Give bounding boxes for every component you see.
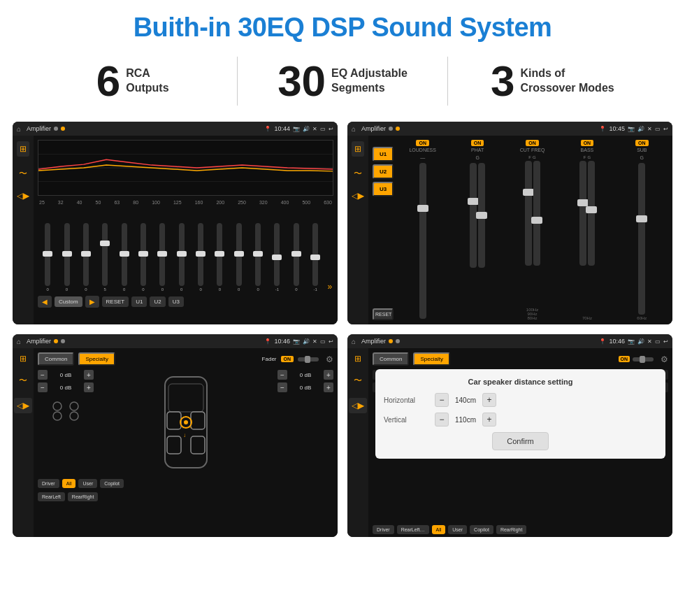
dl-wave-icon[interactable]: 〜 <box>354 375 362 387</box>
dist-bottom-buttons: Driver RearLeft… All User Copilot RearRi… <box>373 525 668 534</box>
vertical-minus[interactable]: − <box>435 413 449 427</box>
close-icon[interactable]: ✕ <box>312 126 317 132</box>
u2-btn[interactable]: U2 <box>150 296 165 307</box>
dl-speaker-icon[interactable]: ◁▶ <box>349 398 367 413</box>
rearright-btn-4[interactable]: RearRight <box>496 525 527 534</box>
bass-label: BASS <box>581 148 594 152</box>
close-icon-4[interactable]: ✕ <box>647 338 652 345</box>
distance-dialog: Car speaker distance setting Horizontal … <box>375 369 665 459</box>
status-bar-4: ⌂ Amplifier 📍 10:46 📷 🔊 ✕ ▭ ↩ <box>347 334 672 348</box>
back-icon[interactable]: ↩ <box>329 126 333 132</box>
app-name-2: Amplifier <box>361 125 386 132</box>
reset-btn-1[interactable]: RESET <box>102 296 129 307</box>
tab-specialty[interactable]: Specialty <box>78 352 115 366</box>
close-icon-3[interactable]: ✕ <box>312 338 317 345</box>
fader-slider-4[interactable] <box>633 357 654 361</box>
slider-15: -1 <box>307 223 324 292</box>
preset-custom[interactable]: Custom <box>55 296 82 307</box>
all-btn-4[interactable]: All <box>432 525 446 534</box>
db-minus-4[interactable]: − <box>277 382 287 392</box>
more-icon[interactable]: » <box>326 282 332 292</box>
left-icons-1: ⊞ 〜 ◁▶ <box>13 136 34 324</box>
window-icon-2[interactable]: ▭ <box>655 126 661 132</box>
settings-icon[interactable]: ⚙ <box>326 354 333 364</box>
window-icon[interactable]: ▭ <box>320 126 326 132</box>
horizontal-minus[interactable]: − <box>435 393 449 407</box>
preset-u1[interactable]: U1 <box>373 147 394 162</box>
u3-btn[interactable]: U3 <box>168 296 184 307</box>
fd-speaker-icon[interactable]: ◁▶ <box>14 398 32 413</box>
copilot-btn-4[interactable]: Copilot <box>470 525 493 534</box>
wave-icon[interactable]: 〜 <box>19 168 27 180</box>
fader-toggle[interactable]: ON <box>281 356 294 362</box>
phat-toggle[interactable]: ON <box>471 140 484 146</box>
eq-icon[interactable]: ⊞ <box>17 141 29 157</box>
fd-db-left: − 0 dB + − 0 dB + <box>38 370 94 475</box>
loudness-toggle[interactable]: ON <box>416 140 429 146</box>
db-plus-1[interactable]: + <box>84 370 94 380</box>
back-icon-3[interactable]: ↩ <box>329 338 333 345</box>
settings-icon-4[interactable]: ⚙ <box>661 354 668 364</box>
slider-10: 0 <box>211 223 228 292</box>
home-icon-4[interactable]: ⌂ <box>352 338 356 345</box>
prev-btn[interactable]: ◀ <box>38 296 52 308</box>
db-minus-1[interactable]: − <box>38 370 48 380</box>
rearright-btn[interactable]: RearRight <box>68 492 99 501</box>
user-btn-4[interactable]: User <box>448 525 467 534</box>
home-icon-2[interactable]: ⌂ <box>352 125 356 133</box>
horizontal-plus[interactable]: + <box>482 393 496 407</box>
slider-13: -1 <box>268 223 285 292</box>
window-icon-4[interactable]: ▭ <box>655 338 661 345</box>
back-icon-2[interactable]: ↩ <box>663 126 668 132</box>
cr-eq-icon[interactable]: ⊞ <box>352 141 364 157</box>
close-icon-2[interactable]: ✕ <box>647 126 652 132</box>
fader-slider[interactable] <box>298 357 319 361</box>
horizontal-value: 140cm <box>452 396 480 404</box>
preset-u3[interactable]: U3 <box>373 182 394 196</box>
window-icon-3[interactable]: ▭ <box>320 338 326 345</box>
sub-toggle[interactable]: ON <box>635 140 649 146</box>
db-value-4: 0 dB <box>289 385 322 391</box>
fd-top-bar: Common Specialty Fader ON ⚙ <box>38 352 333 366</box>
cr-speaker-icon[interactable]: ◁▶ <box>352 191 364 201</box>
db-plus-2[interactable]: + <box>84 382 94 392</box>
fd-bottom-buttons-2: RearLeft RearRight <box>38 492 333 501</box>
cutfreq-toggle[interactable]: ON <box>526 140 539 146</box>
db-minus-2[interactable]: − <box>38 382 48 392</box>
home-icon-3[interactable]: ⌂ <box>17 338 21 345</box>
driver-btn[interactable]: Driver <box>38 479 59 488</box>
driver-btn-4[interactable]: Driver <box>373 525 394 534</box>
all-btn[interactable]: All <box>62 479 76 488</box>
cr-reset-btn[interactable]: RESET <box>373 308 394 320</box>
vertical-plus[interactable]: + <box>482 413 496 427</box>
u1-btn[interactable]: U1 <box>131 296 147 307</box>
cr-wave-icon[interactable]: 〜 <box>354 168 362 180</box>
rearleft-btn-4[interactable]: RearLeft… <box>397 525 429 534</box>
speaker-icon[interactable]: ◁▶ <box>17 191 29 201</box>
tab-common-4[interactable]: Common <box>373 352 409 366</box>
tab-common[interactable]: Common <box>38 352 74 366</box>
rearleft-btn[interactable]: RearLeft <box>38 492 65 501</box>
slider-1: 0 <box>39 223 56 292</box>
fd-eq-icon[interactable]: ⊞ <box>20 354 27 364</box>
tab-specialty-4[interactable]: Specialty <box>413 352 449 366</box>
fd-bottom-buttons: Driver All User Copilot <box>38 479 333 488</box>
home-icon-1[interactable]: ⌂ <box>17 125 21 133</box>
bass-toggle[interactable]: ON <box>581 140 594 146</box>
dl-eq-icon[interactable]: ⊞ <box>354 354 361 364</box>
next-btn[interactable]: ▶ <box>85 296 99 308</box>
db-minus-3[interactable]: − <box>277 370 287 380</box>
fd-wave-icon[interactable]: 〜 <box>19 375 27 387</box>
db-plus-4[interactable]: + <box>324 382 333 392</box>
phat-controls: G <box>470 155 485 320</box>
cutfreq-controls: F G 100Hz 90Hz 80Hz <box>525 155 540 320</box>
cr-cutfreq: ON CUT FREQ F G 100Hz <box>506 140 558 320</box>
db-plus-3[interactable]: + <box>324 370 333 380</box>
fader-toggle-4[interactable]: ON <box>619 356 630 362</box>
copilot-btn[interactable]: Copilot <box>100 479 124 488</box>
svg-rect-10 <box>191 412 205 429</box>
confirm-button[interactable]: Confirm <box>492 432 549 450</box>
back-icon-4[interactable]: ↩ <box>663 338 668 345</box>
preset-u2[interactable]: U2 <box>373 164 394 179</box>
user-btn[interactable]: User <box>78 479 97 488</box>
